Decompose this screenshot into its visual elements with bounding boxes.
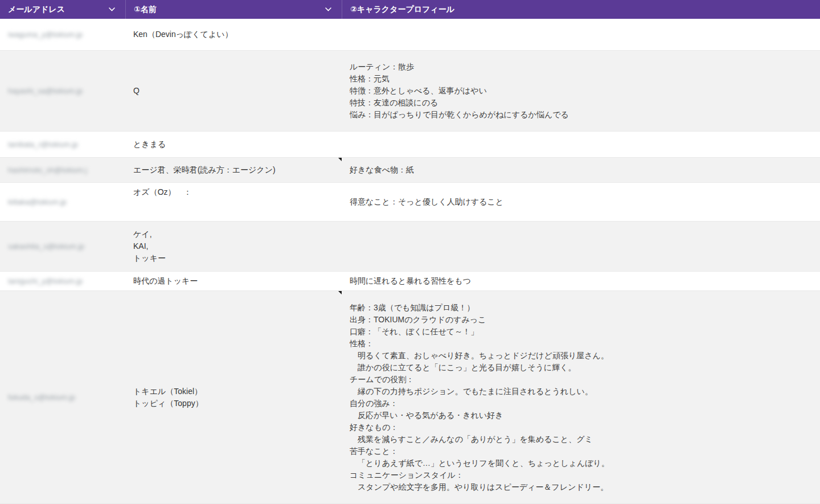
email-value: taniguchi_y@tokium.jp bbox=[8, 275, 83, 287]
header-label-email: メールアドレス bbox=[8, 5, 65, 15]
name-cell[interactable]: ケイ, KAI, トッキー bbox=[125, 222, 342, 271]
profile-value: 得意なこと：そっと優しく人助けすること bbox=[350, 196, 503, 208]
chevron-down-icon[interactable] bbox=[325, 7, 331, 11]
email-cell[interactable]: kittaka@tokium.jp bbox=[0, 183, 125, 221]
header-cell-profile[interactable]: ②キャラクタープロフィール bbox=[342, 0, 820, 19]
profile-value: 好きな食べ物：紙 bbox=[350, 164, 414, 176]
profile-value: 年齢：3歳（でも知識はプロ級！） 出身：TOKIUMのクラウドのすみっこ 口癖：… bbox=[350, 302, 609, 493]
table-row: hayashi_sa@tokium.jp Q ルーティン：散歩 性格：元気 特徴… bbox=[0, 51, 820, 132]
name-cell[interactable]: 時代の過トッキー bbox=[125, 272, 342, 290]
profile-value: ルーティン：散歩 性格：元気 特徴：意外としゃべる、返事がはやい 特技：友達の相… bbox=[350, 61, 569, 121]
header-label-profile: ②キャラクタープロフィール bbox=[350, 5, 454, 15]
table-row: sakashita_s@tokium.jp ケイ, KAI, トッキー bbox=[0, 222, 820, 272]
table-row: taniguchi_y@tokium.jp 時代の過トッキー 時間に遅れると暴れ… bbox=[0, 272, 820, 291]
profile-cell[interactable]: 得意なこと：そっと優しく人助けすること bbox=[342, 183, 820, 221]
profile-cell[interactable]: 好きな食べ物：紙 bbox=[342, 158, 820, 182]
name-value: ときまる bbox=[133, 138, 166, 150]
email-cell[interactable]: taniguchi_y@tokium.jp bbox=[0, 272, 125, 290]
name-value: エージ君、栄時君(読み方：エージクン) bbox=[133, 164, 276, 176]
name-value: ケイ, KAI, トッキー bbox=[133, 228, 166, 264]
header-row: メールアドレス ①名前 ②キャラクタープロフィール bbox=[0, 0, 820, 19]
header-cell-name[interactable]: ①名前 bbox=[125, 0, 342, 19]
header-label-name: ①名前 bbox=[134, 5, 157, 15]
chevron-down-icon[interactable] bbox=[109, 7, 115, 11]
email-cell[interactable]: sakashita_s@tokium.jp bbox=[0, 222, 125, 271]
name-value: 時代の過トッキー bbox=[133, 275, 198, 287]
email-cell[interactable]: iwaguma_y@tokium.jp bbox=[0, 19, 125, 50]
name-cell[interactable]: ときまる bbox=[125, 132, 342, 157]
name-value: トキエル（Tokiel） トッピィ（Toppy） bbox=[133, 386, 203, 409]
email-cell[interactable]: hayashi_sa@tokium.jp bbox=[0, 51, 125, 131]
profile-cell[interactable]: 年齢：3歳（でも知識はプロ級！） 出身：TOKIUMのクラウドのすみっこ 口癖：… bbox=[342, 291, 820, 503]
name-cell[interactable]: オズ（Oz） ： bbox=[125, 183, 342, 221]
profile-cell[interactable]: ルーティン：散歩 性格：元気 特徴：意外としゃべる、返事がはやい 特技：友達の相… bbox=[342, 51, 820, 131]
table-row: hashimoto_sh@tokium.j エージ君、栄時君(読み方：エージクン… bbox=[0, 158, 820, 183]
email-cell[interactable]: hashimoto_sh@tokium.j bbox=[0, 158, 125, 182]
email-value: iwaguma_y@tokium.jp bbox=[8, 28, 83, 40]
table-row: tanibata_r@tokium.jp ときまる bbox=[0, 132, 820, 158]
name-cell[interactable]: トキエル（Tokiel） トッピィ（Toppy） bbox=[125, 291, 342, 503]
spreadsheet: メールアドレス ①名前 ②キャラクタープロフィール iwaguma_y@toki… bbox=[0, 0, 820, 504]
name-value: Ken（Devinっぽくてよい） bbox=[133, 28, 233, 40]
table-row: kittaka@tokium.jp オズ（Oz） ： 得意なこと：そっと優しく人… bbox=[0, 183, 820, 222]
name-cell[interactable]: エージ君、栄時君(読み方：エージクン) bbox=[125, 158, 342, 182]
email-value: hayashi_sa@tokium.jp bbox=[8, 85, 83, 97]
header-cell-email[interactable]: メールアドレス bbox=[0, 0, 125, 19]
profile-cell[interactable] bbox=[342, 19, 820, 50]
profile-cell[interactable] bbox=[342, 132, 820, 157]
profile-value: 時間に遅れると暴れる習性をもつ bbox=[350, 275, 471, 287]
email-cell[interactable]: tanibata_r@tokium.jp bbox=[0, 132, 125, 157]
table-row: fukuda_s@tokium.jp トキエル（Tokiel） トッピィ（Top… bbox=[0, 291, 820, 504]
table-body: iwaguma_y@tokium.jp Ken（Devinっぽくてよい） hay… bbox=[0, 19, 820, 504]
name-value: オズ（Oz） ： bbox=[133, 186, 192, 198]
profile-cell[interactable]: 時間に遅れると暴れる習性をもつ bbox=[342, 272, 820, 290]
email-value: kittaka@tokium.jp bbox=[8, 196, 67, 208]
name-cell[interactable]: Q bbox=[125, 51, 342, 131]
name-value: Q bbox=[133, 85, 140, 97]
email-cell[interactable]: fukuda_s@tokium.jp bbox=[0, 291, 125, 503]
table-row: iwaguma_y@tokium.jp Ken（Devinっぽくてよい） bbox=[0, 19, 820, 51]
email-value: hashimoto_sh@tokium.j bbox=[8, 164, 87, 176]
email-value: fukuda_s@tokium.jp bbox=[8, 391, 75, 403]
profile-cell[interactable] bbox=[342, 222, 820, 271]
email-value: sakashita_s@tokium.jp bbox=[8, 240, 84, 252]
name-cell[interactable]: Ken（Devinっぽくてよい） bbox=[125, 19, 342, 50]
email-value: tanibata_r@tokium.jp bbox=[8, 138, 78, 150]
